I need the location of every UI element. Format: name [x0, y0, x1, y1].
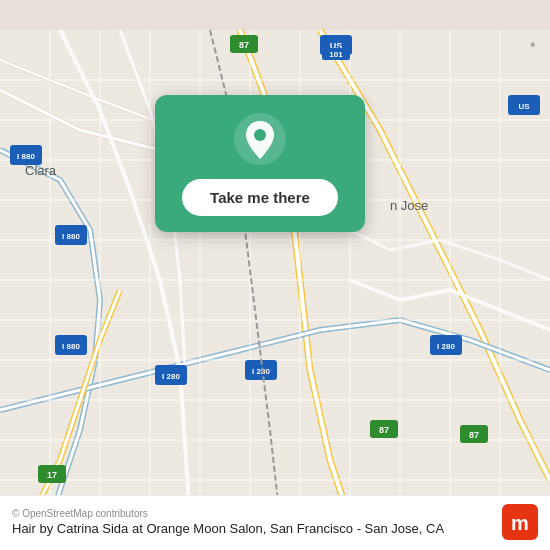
bottom-bar: © OpenStreetMap contributors Hair by Cat… [0, 495, 550, 550]
svg-text:I 280: I 280 [252, 367, 270, 376]
moovit-logo: m [502, 504, 538, 540]
map-background: US 101 87 87 87 87 I 880 I 880 I 880 I 2… [0, 0, 550, 550]
svg-text:n Jose: n Jose [390, 198, 428, 213]
svg-text:I 880: I 880 [17, 152, 35, 161]
take-me-there-button[interactable]: Take me there [182, 179, 338, 216]
svg-text:87: 87 [239, 40, 249, 50]
svg-text:I 880: I 880 [62, 232, 80, 241]
svg-text:m: m [511, 512, 529, 534]
svg-text:*: * [530, 39, 536, 55]
svg-text:I 280: I 280 [437, 342, 455, 351]
attribution-text: © OpenStreetMap contributors [12, 508, 444, 519]
bottom-left-info: © OpenStreetMap contributors Hair by Cat… [12, 508, 444, 536]
svg-text:17: 17 [47, 470, 57, 480]
svg-text:I 880: I 880 [62, 342, 80, 351]
svg-text:I 280: I 280 [162, 372, 180, 381]
svg-point-55 [254, 129, 266, 141]
moovit-brand-icon: m [502, 504, 538, 540]
popup-card: Take me there [155, 95, 365, 232]
svg-text:US: US [518, 102, 530, 111]
svg-text:87: 87 [379, 425, 389, 435]
location-pin-icon [234, 113, 286, 165]
svg-text:87: 87 [469, 430, 479, 440]
svg-text:Clara: Clara [25, 163, 57, 178]
place-name-text: Hair by Catrina Sida at Orange Moon Salo… [12, 521, 444, 536]
svg-text:101: 101 [329, 50, 343, 59]
map-container: US 101 87 87 87 87 I 880 I 880 I 880 I 2… [0, 0, 550, 550]
